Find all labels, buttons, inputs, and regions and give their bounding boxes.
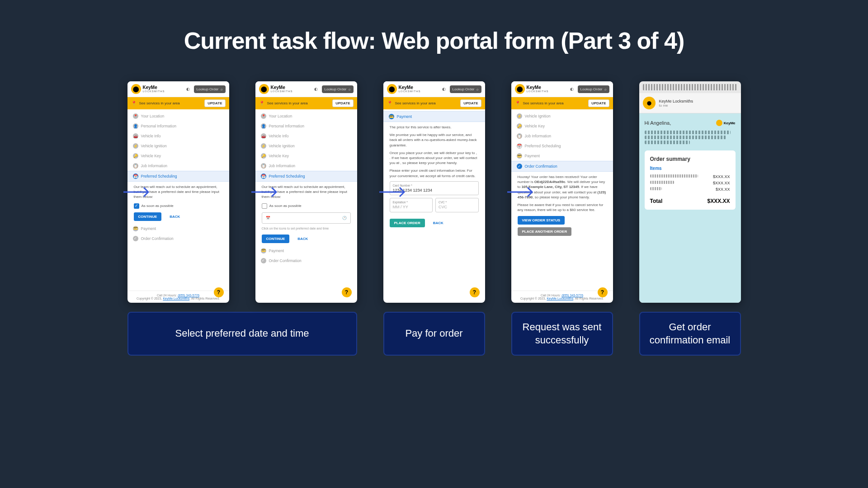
card-number-input[interactable]: Card Number *1234 1234 1234 1234 [390, 181, 479, 196]
email-header: ⬤ KeyMe Locksmithsto me [639, 93, 741, 113]
logo-icon: ⬤ [131, 84, 141, 94]
footer-phone[interactable]: (855) 343-5776 [178, 294, 199, 297]
step-personal[interactable]: 👤Personal Information [127, 121, 229, 131]
place-order-button[interactable]: PLACE ORDER [390, 219, 425, 227]
screen-email-confirmation: ⬤ KeyMe Locksmithsto me Hi Angelina, Key… [639, 81, 741, 303]
place-another-order-button[interactable]: PLACE ANOTHER ORDER [518, 227, 572, 236]
redacted-subject [643, 84, 737, 90]
help-button[interactable]: ? [470, 287, 480, 297]
back-button[interactable]: BACK [165, 212, 184, 221]
keyme-logo: ⬤ KeyMeLOCKSMITHS [131, 84, 165, 94]
screen-confirmation: ⬤KeyMeLOCKSMITHS◐Lookup Order⌕ 📍See serv… [511, 81, 613, 303]
pin-icon: 📍 [131, 101, 137, 106]
continue-button[interactable]: CONTINUE [262, 235, 290, 243]
step-payment[interactable]: 💳Payment [127, 224, 229, 234]
confirmation-content: Hooray! Your order has been received! Yo… [511, 172, 613, 239]
email-body: Hi Angelina, KeyMe Order summary Items $… [639, 113, 741, 303]
asap-checkbox[interactable]: As soon as possible [262, 203, 351, 209]
captions-row: Select preferred date and time Pay for o… [0, 312, 868, 356]
checkbox-checked-icon: ✓ [134, 203, 139, 209]
slide-title: Current task flow: Web portal form (Part… [184, 27, 684, 54]
search-icon: ⌕ [221, 87, 223, 91]
email-from: KeyMe Locksmiths [659, 99, 693, 103]
caption-4: Get order confirmation email [639, 312, 741, 356]
email-greeting: Hi Angelina, [645, 120, 671, 126]
calendar-icon: 📅 [266, 216, 270, 221]
step-location[interactable]: 📍Your Location [127, 111, 229, 121]
help-button[interactable]: ? [598, 287, 608, 297]
email-logo: KeyMe [716, 120, 736, 126]
help-button[interactable]: ? [342, 287, 352, 297]
flow-row: ⬤ KeyMeLOCKSMITHS ◐ Lookup Order⌕ 📍 See … [0, 81, 868, 303]
step-key[interactable]: 🔑Vehicle Key [127, 151, 229, 161]
app-header: ⬤ KeyMeLOCKSMITHS ◐ Lookup Order⌕ [127, 81, 229, 97]
screen-scheduling-asap: ⬤ KeyMeLOCKSMITHS ◐ Lookup Order⌕ 📍 See … [127, 81, 229, 303]
lookup-order-button[interactable]: Lookup Order⌕ [194, 85, 226, 93]
caption-1: Select preferred date and time [127, 312, 357, 356]
step-confirmation[interactable]: ✓Order Confirmation [511, 161, 613, 172]
cvc-input[interactable]: CVC *CVC [435, 198, 479, 212]
services-banner: 📍 See services in your area UPDATE [127, 97, 229, 109]
step-scheduling[interactable]: 📅Preferred Scheduling [255, 171, 357, 182]
email-to: to me [659, 103, 693, 108]
dark-mode-icon[interactable]: ◐ [313, 86, 319, 92]
step-confirmation[interactable]: ✓Order Confirmation [127, 234, 229, 244]
view-order-status-button[interactable]: VIEW ORDER STATUS [518, 216, 565, 225]
scheduling-content: Our team will reach out to schedule an a… [127, 182, 229, 224]
caption-2: Pay for order [383, 312, 485, 356]
continue-button[interactable]: CONTINUE [134, 212, 162, 221]
back-button[interactable]: BACK [429, 219, 448, 227]
datetime-input[interactable]: 📅🕐 [262, 212, 351, 224]
update-button[interactable]: UPDATE [204, 99, 225, 107]
help-button[interactable]: ? [214, 287, 224, 297]
clock-icon: 🕐 [342, 216, 347, 221]
lookup-order-button[interactable]: Lookup Order⌕ [322, 85, 354, 93]
expiration-input[interactable]: Expiration *MM / YY [390, 198, 433, 212]
back-button[interactable]: BACK [293, 235, 312, 243]
asap-checkbox[interactable]: ✓As soon as possible [134, 203, 223, 209]
checkbox-unchecked-icon [262, 203, 267, 209]
sender-avatar: ⬤ [643, 97, 656, 109]
order-summary-card: Order summary Items $XXX.XX $XXX.XX $XX.… [645, 150, 736, 210]
footer-link[interactable]: KeyMe Locksmiths [163, 297, 189, 300]
screen-payment: ⬤KeyMeLOCKSMITHS◐Lookup Order⌕ 📍See serv… [383, 81, 485, 303]
dark-mode-icon[interactable]: ◐ [185, 86, 191, 92]
screen-scheduling-datetime: ⬤KeyMeLOCKSMITHS◐Lookup Order⌕ 📍See serv… [255, 81, 357, 303]
step-scheduling[interactable]: 📅Preferred Scheduling [127, 171, 229, 182]
step-ignition[interactable]: ⚡Vehicle Ignition [127, 141, 229, 151]
step-vehicle[interactable]: 🚗Vehicle Info [127, 131, 229, 141]
step-job[interactable]: 📋Job Information [127, 161, 229, 171]
step-payment[interactable]: 💳Payment [383, 111, 485, 122]
update-button[interactable]: UPDATE [332, 99, 353, 107]
caption-3: Request was sent successfully [511, 312, 613, 356]
